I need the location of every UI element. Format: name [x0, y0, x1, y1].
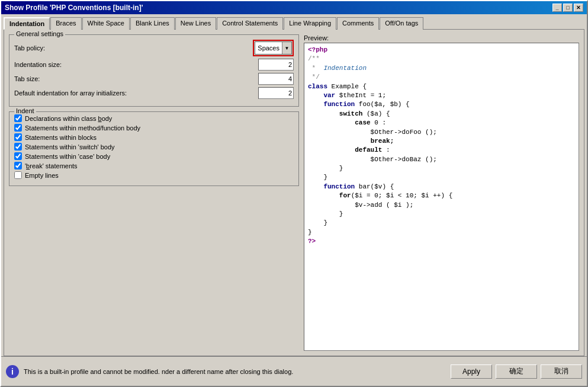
- checkbox-method-statements-label: Statements within method/function body: [25, 124, 140, 132]
- right-panel: Preview: <?php /** * Indentation */ clas…: [304, 34, 579, 351]
- maximize-button[interactable]: □: [563, 4, 573, 12]
- window-title: Show Profile 'PHP Conventions [built-in]…: [5, 4, 143, 12]
- checkbox-method-statements-input[interactable]: [14, 124, 22, 132]
- tab-indentation[interactable]: Indentation: [4, 17, 50, 30]
- tab-new-lines[interactable]: New Lines: [175, 17, 216, 30]
- general-settings-title: General settings: [14, 30, 65, 37]
- tab-white-space[interactable]: White Space: [82, 17, 130, 30]
- info-icon: i: [6, 365, 19, 378]
- preview-box: <?php /** * Indentation */ class Example…: [304, 43, 579, 351]
- checkbox-break-input[interactable]: [14, 162, 22, 169]
- indent-group: Indent Declarations within class body St…: [9, 111, 299, 186]
- minimize-button[interactable]: _: [552, 4, 562, 12]
- checkbox-empty-lines-label: Empty lines: [25, 172, 59, 179]
- tab-size-row: Tab size:: [14, 73, 294, 85]
- panels: General settings Tab policy: Spaces ▼: [4, 30, 584, 356]
- tab-braces[interactable]: Braces: [50, 17, 81, 30]
- left-panel: General settings Tab policy: Spaces ▼: [9, 34, 299, 351]
- preview-content[interactable]: <?php /** * Indentation */ class Example…: [304, 43, 579, 350]
- tab-policy-label: Tab policy:: [14, 44, 253, 52]
- tab-line-wrapping[interactable]: Line Wrapping: [284, 17, 336, 30]
- tab-policy-select-container[interactable]: Spaces ▼: [255, 41, 292, 55]
- checkbox-switch-body-input[interactable]: [14, 143, 22, 151]
- checkbox-declarations: Declarations within class body: [14, 114, 294, 122]
- bottom-buttons: Apply 确定 取消: [451, 364, 582, 379]
- checkbox-case-body-label: Statements within 'case' body: [25, 153, 110, 160]
- tab-control-statements[interactable]: Control Statements: [217, 17, 283, 30]
- checkbox-case-body-input[interactable]: [14, 152, 22, 160]
- checkbox-declarations-input[interactable]: [14, 114, 22, 122]
- tab-size-input[interactable]: [258, 73, 294, 85]
- checkbox-break-label: 'break' statements: [25, 162, 78, 169]
- checkbox-empty-lines: Empty lines: [14, 171, 294, 179]
- title-bar-buttons: _ □ ✕: [552, 4, 583, 12]
- indentation-size-label: Indentation size:: [14, 61, 258, 68]
- tab-comments[interactable]: Comments: [337, 17, 379, 30]
- status-text: This is a built-in profile and cannot be…: [24, 368, 446, 375]
- checkbox-case-body: Statements within 'case' body: [14, 152, 294, 160]
- checkbox-blocks: Statements within blocks: [14, 133, 294, 141]
- default-indent-label: Default indentation for array initialize…: [14, 89, 258, 97]
- checkbox-switch-body-label: Statements within 'switch' body: [25, 143, 115, 151]
- main-window: Show Profile 'PHP Conventions [built-in]…: [0, 0, 588, 387]
- default-indent-input[interactable]: [258, 87, 294, 99]
- status-bar: i This is a built-in profile and cannot …: [1, 356, 587, 386]
- checkbox-switch-body: Statements within 'switch' body: [14, 143, 294, 151]
- title-bar: Show Profile 'PHP Conventions [built-in]…: [1, 1, 587, 14]
- content-area: General settings Tab policy: Spaces ▼: [4, 29, 584, 356]
- checkbox-empty-lines-input[interactable]: [14, 171, 22, 179]
- tab-size-label: Tab size:: [14, 75, 258, 82]
- tabs-bar: Indentation Braces White Space Blank Lin…: [1, 14, 587, 29]
- checkbox-blocks-input[interactable]: [14, 133, 22, 141]
- indentation-size-input[interactable]: [258, 59, 294, 71]
- indentation-size-row: Indentation size:: [14, 59, 294, 71]
- tab-offon-tags[interactable]: Off/On tags: [380, 17, 423, 30]
- checkbox-declarations-label: Declarations within class body: [25, 115, 112, 122]
- ok-button[interactable]: 确定: [496, 364, 537, 379]
- tab-blank-lines[interactable]: Blank Lines: [130, 17, 175, 30]
- checkbox-method-statements: Statements within method/function body: [14, 124, 294, 132]
- apply-button[interactable]: Apply: [451, 364, 492, 379]
- preview-label: Preview:: [304, 34, 579, 41]
- checkbox-blocks-label: Statements within blocks: [25, 134, 97, 141]
- tab-policy-value: Spaces: [255, 43, 282, 53]
- tab-policy-select-wrapper: Spaces ▼: [253, 40, 294, 56]
- cancel-button[interactable]: 取消: [541, 364, 582, 379]
- indent-group-title: Indent: [14, 107, 36, 114]
- checkbox-break: 'break' statements: [14, 162, 294, 169]
- general-settings-group: General settings Tab policy: Spaces ▼: [9, 34, 299, 107]
- tab-policy-row: Tab policy: Spaces ▼: [14, 40, 294, 56]
- default-indent-row: Default indentation for array initialize…: [14, 87, 294, 99]
- tab-policy-dropdown-arrow[interactable]: ▼: [282, 42, 291, 54]
- close-button[interactable]: ✕: [574, 4, 583, 12]
